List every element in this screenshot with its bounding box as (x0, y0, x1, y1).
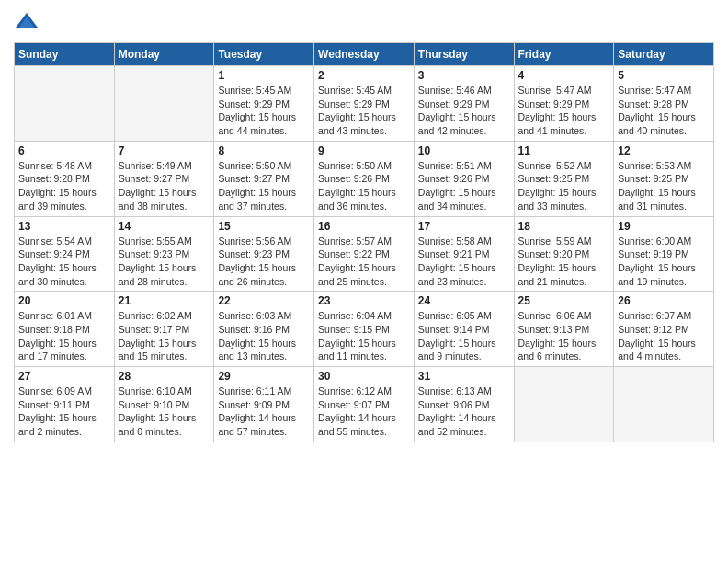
calendar-cell: 17Sunrise: 5:58 AMSunset: 9:21 PMDayligh… (414, 216, 514, 292)
day-info: Sunrise: 5:55 AMSunset: 9:23 PMDaylight:… (119, 235, 210, 289)
day-number: 8 (218, 144, 310, 157)
day-number: 14 (119, 220, 210, 233)
day-number: 23 (318, 294, 410, 307)
weekday-header-thursday: Thursday (414, 43, 514, 66)
day-number: 3 (418, 69, 510, 82)
day-info: Sunrise: 6:10 AMSunset: 9:10 PMDaylight:… (119, 385, 210, 439)
calendar-cell: 7Sunrise: 5:49 AMSunset: 9:27 PMDaylight… (114, 141, 214, 216)
day-info: Sunrise: 6:03 AMSunset: 9:16 PMDaylight:… (218, 309, 310, 363)
calendar-cell: 16Sunrise: 5:57 AMSunset: 9:22 PMDayligh… (314, 216, 415, 292)
calendar-week-row: 13Sunrise: 5:54 AMSunset: 9:24 PMDayligh… (15, 216, 714, 292)
day-info: Sunrise: 5:47 AMSunset: 9:29 PMDaylight:… (518, 84, 610, 138)
day-number: 17 (418, 220, 510, 233)
day-info: Sunrise: 5:59 AMSunset: 9:20 PMDaylight:… (518, 235, 610, 289)
weekday-header-wednesday: Wednesday (314, 43, 415, 66)
calendar-cell: 29Sunrise: 6:11 AMSunset: 9:09 PMDayligh… (214, 367, 314, 442)
calendar-cell: 14Sunrise: 5:55 AMSunset: 9:23 PMDayligh… (114, 216, 214, 292)
day-number: 24 (418, 294, 510, 307)
calendar-cell: 10Sunrise: 5:51 AMSunset: 9:26 PMDayligh… (414, 141, 514, 216)
day-number: 27 (18, 370, 110, 383)
calendar-cell: 30Sunrise: 6:12 AMSunset: 9:07 PMDayligh… (314, 367, 415, 442)
calendar-page: SundayMondayTuesdayWednesdayThursdayFrid… (0, 0, 728, 563)
weekday-header-sunday: Sunday (15, 43, 115, 66)
day-number: 28 (119, 370, 210, 383)
day-number: 7 (119, 144, 210, 157)
calendar-cell: 4Sunrise: 5:47 AMSunset: 9:29 PMDaylight… (514, 66, 614, 142)
day-info: Sunrise: 6:04 AMSunset: 9:15 PMDaylight:… (318, 309, 410, 363)
calendar-table: SundayMondayTuesdayWednesdayThursdayFrid… (14, 42, 714, 442)
day-info: Sunrise: 6:00 AMSunset: 9:19 PMDaylight:… (618, 235, 710, 289)
calendar-cell: 26Sunrise: 6:07 AMSunset: 9:12 PMDayligh… (614, 292, 714, 367)
calendar-cell: 24Sunrise: 6:05 AMSunset: 9:14 PMDayligh… (414, 292, 514, 367)
day-number: 31 (418, 370, 510, 383)
day-number: 9 (318, 144, 410, 157)
day-info: Sunrise: 5:58 AMSunset: 9:21 PMDaylight:… (418, 235, 510, 289)
calendar-cell (15, 66, 115, 142)
day-number: 25 (518, 294, 610, 307)
calendar-cell: 23Sunrise: 6:04 AMSunset: 9:15 PMDayligh… (314, 292, 415, 367)
day-number: 10 (418, 144, 510, 157)
day-info: Sunrise: 6:11 AMSunset: 9:09 PMDaylight:… (218, 385, 310, 439)
calendar-cell: 31Sunrise: 6:13 AMSunset: 9:06 PMDayligh… (414, 367, 514, 442)
day-number: 15 (218, 220, 310, 233)
weekday-header-row: SundayMondayTuesdayWednesdayThursdayFrid… (15, 43, 714, 66)
weekday-header-friday: Friday (514, 43, 614, 66)
day-info: Sunrise: 6:07 AMSunset: 9:12 PMDaylight:… (618, 309, 710, 363)
calendar-cell (514, 367, 614, 442)
day-info: Sunrise: 5:56 AMSunset: 9:23 PMDaylight:… (218, 235, 310, 289)
calendar-cell: 12Sunrise: 5:53 AMSunset: 9:25 PMDayligh… (614, 141, 714, 216)
day-number: 19 (618, 220, 710, 233)
calendar-cell: 18Sunrise: 5:59 AMSunset: 9:20 PMDayligh… (514, 216, 614, 292)
day-info: Sunrise: 5:45 AMSunset: 9:29 PMDaylight:… (218, 84, 310, 138)
weekday-header-tuesday: Tuesday (214, 43, 314, 66)
day-info: Sunrise: 5:50 AMSunset: 9:26 PMDaylight:… (318, 159, 410, 213)
day-number: 12 (618, 144, 710, 157)
day-number: 30 (318, 370, 410, 383)
day-info: Sunrise: 6:05 AMSunset: 9:14 PMDaylight:… (418, 309, 510, 363)
calendar-cell: 27Sunrise: 6:09 AMSunset: 9:11 PMDayligh… (15, 367, 115, 442)
calendar-cell (614, 367, 714, 442)
day-number: 1 (218, 69, 310, 82)
calendar-cell: 6Sunrise: 5:48 AMSunset: 9:28 PMDaylight… (15, 141, 115, 216)
day-number: 20 (18, 294, 110, 307)
day-info: Sunrise: 6:02 AMSunset: 9:17 PMDaylight:… (119, 309, 210, 363)
calendar-cell: 13Sunrise: 5:54 AMSunset: 9:24 PMDayligh… (15, 216, 115, 292)
calendar-week-row: 27Sunrise: 6:09 AMSunset: 9:11 PMDayligh… (15, 367, 714, 442)
calendar-cell: 11Sunrise: 5:52 AMSunset: 9:25 PMDayligh… (514, 141, 614, 216)
day-info: Sunrise: 5:45 AMSunset: 9:29 PMDaylight:… (318, 84, 410, 138)
day-number: 13 (18, 220, 110, 233)
calendar-cell: 22Sunrise: 6:03 AMSunset: 9:16 PMDayligh… (214, 292, 314, 367)
calendar-cell: 2Sunrise: 5:45 AMSunset: 9:29 PMDaylight… (314, 66, 415, 142)
calendar-cell: 5Sunrise: 5:47 AMSunset: 9:28 PMDaylight… (614, 66, 714, 142)
day-info: Sunrise: 5:46 AMSunset: 9:29 PMDaylight:… (418, 84, 510, 138)
day-info: Sunrise: 5:47 AMSunset: 9:28 PMDaylight:… (618, 84, 710, 138)
logo-icon (14, 9, 40, 35)
weekday-header-monday: Monday (114, 43, 214, 66)
calendar-cell: 15Sunrise: 5:56 AMSunset: 9:23 PMDayligh… (214, 216, 314, 292)
day-info: Sunrise: 5:52 AMSunset: 9:25 PMDaylight:… (518, 159, 610, 213)
day-info: Sunrise: 5:48 AMSunset: 9:28 PMDaylight:… (18, 159, 110, 213)
weekday-header-saturday: Saturday (614, 43, 714, 66)
day-info: Sunrise: 5:49 AMSunset: 9:27 PMDaylight:… (119, 159, 210, 213)
calendar-cell: 8Sunrise: 5:50 AMSunset: 9:27 PMDaylight… (214, 141, 314, 216)
header (14, 9, 714, 35)
day-info: Sunrise: 5:51 AMSunset: 9:26 PMDaylight:… (418, 159, 510, 213)
day-number: 21 (119, 294, 210, 307)
calendar-cell: 1Sunrise: 5:45 AMSunset: 9:29 PMDaylight… (214, 66, 314, 142)
day-info: Sunrise: 6:13 AMSunset: 9:06 PMDaylight:… (418, 385, 510, 439)
calendar-cell: 20Sunrise: 6:01 AMSunset: 9:18 PMDayligh… (15, 292, 115, 367)
day-number: 26 (618, 294, 710, 307)
calendar-week-row: 6Sunrise: 5:48 AMSunset: 9:28 PMDaylight… (15, 141, 714, 216)
day-info: Sunrise: 6:12 AMSunset: 9:07 PMDaylight:… (318, 385, 410, 439)
calendar-cell: 19Sunrise: 6:00 AMSunset: 9:19 PMDayligh… (614, 216, 714, 292)
day-info: Sunrise: 5:50 AMSunset: 9:27 PMDaylight:… (218, 159, 310, 213)
day-number: 22 (218, 294, 310, 307)
calendar-cell: 3Sunrise: 5:46 AMSunset: 9:29 PMDaylight… (414, 66, 514, 142)
day-number: 5 (618, 69, 710, 82)
calendar-cell: 25Sunrise: 6:06 AMSunset: 9:13 PMDayligh… (514, 292, 614, 367)
day-info: Sunrise: 6:01 AMSunset: 9:18 PMDaylight:… (18, 309, 110, 363)
day-info: Sunrise: 6:06 AMSunset: 9:13 PMDaylight:… (518, 309, 610, 363)
day-number: 11 (518, 144, 610, 157)
calendar-cell: 9Sunrise: 5:50 AMSunset: 9:26 PMDaylight… (314, 141, 415, 216)
day-info: Sunrise: 5:54 AMSunset: 9:24 PMDaylight:… (18, 235, 110, 289)
